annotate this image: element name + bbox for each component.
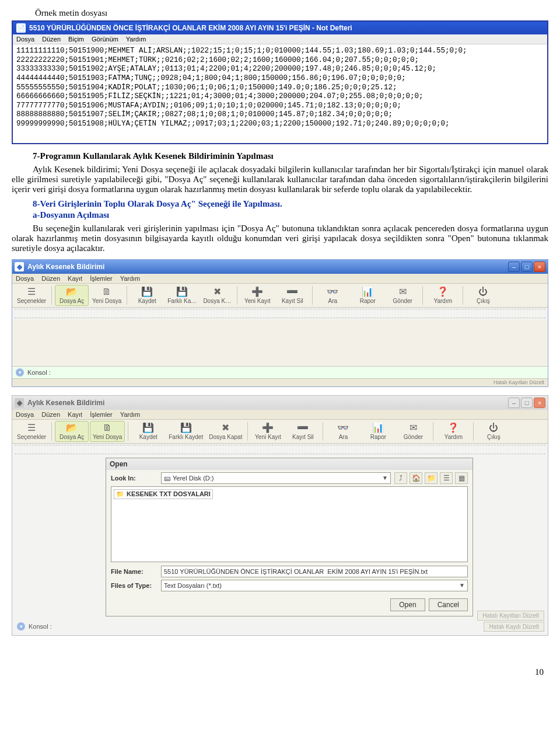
checklist-icon: ☰ — [27, 423, 36, 433]
list-view-button[interactable]: ☰ — [440, 472, 453, 484]
open-button[interactable]: Open — [390, 598, 425, 611]
file-type-combo[interactable]: Text Dosyaları (*.txt) ▼ — [161, 580, 468, 591]
folder-item[interactable]: 📁 KESENEK TXT DOSYALARI — [114, 489, 213, 499]
app2-toolbar: ☰Seçenekler 📂Dosya Aç 🗎Yeni Dosya 💾Kayde… — [12, 420, 548, 444]
chevron-down-icon: ▼ — [382, 475, 388, 481]
file-type-value: Text Dosyaları (*.txt) — [164, 582, 222, 589]
notepad-body[interactable]: 11111111110;50151900;MEHMET ALİ;ARSLAN;;… — [13, 44, 547, 143]
label: Farklı Kaydet — [169, 434, 203, 440]
label: Seçenekler — [17, 434, 46, 440]
app2-menubar: Dosya Düzen Kayıt İşlemler Yardım — [12, 410, 548, 420]
app1-icon: ◆ — [15, 262, 24, 271]
home-button[interactable]: 🏠 — [410, 472, 422, 484]
toolbar-exit-button[interactable]: ⏻Çıkış — [466, 285, 500, 306]
app2-menu-record[interactable]: Kayıt — [68, 411, 82, 418]
toolbar-send-button[interactable]: ✉Gönder — [396, 421, 430, 442]
toolbar-new-record-button[interactable]: ➕Yeni Kayıt — [240, 285, 274, 306]
app1-window-buttons: – □ × — [508, 262, 545, 272]
open-folder-icon: 📂 — [66, 287, 78, 297]
app1-menu-edit[interactable]: Düzen — [41, 275, 60, 282]
label: Kaydet — [139, 434, 158, 440]
file-area[interactable]: 📁 KESENEK TXT DOSYALARI — [111, 486, 468, 562]
chevron-down-icon[interactable]: ▾ — [16, 368, 24, 377]
toolbar-report-label: Rapor — [360, 298, 376, 304]
app2-menu-ops[interactable]: İşlemler — [90, 411, 113, 418]
folder-icon: 📁 — [116, 490, 124, 498]
page-number: 10 — [0, 650, 560, 681]
app2-menu-file[interactable]: Dosya — [16, 411, 34, 418]
exit-icon: ⏻ — [489, 423, 498, 433]
app1-menu-record[interactable]: Kayıt — [68, 275, 82, 282]
maximize-button[interactable]: □ — [521, 262, 533, 272]
status-hint: Hatalı Kayıtları Düzelt — [494, 379, 544, 385]
checklist-icon: ☰ — [27, 287, 36, 297]
toolbar-save-button[interactable]: 💾Kaydet — [130, 285, 164, 306]
label: Yeni Dosya — [93, 434, 122, 440]
app1-menu-ops[interactable]: İşlemler — [90, 275, 113, 282]
toolbar-options-button[interactable]: ☰Seçenekler — [15, 421, 48, 442]
toolbar-saveas-button[interactable]: 💾Farklı Ka… — [165, 285, 199, 306]
notepad-menu-help[interactable]: Yardım — [126, 36, 146, 43]
fix-error-records-button[interactable]: Hatalı Kayıtları Düzelt — [477, 611, 544, 621]
exit-icon: ⏻ — [478, 287, 488, 297]
toolbar-delete-record-button[interactable]: ➖Kayıt Sil — [275, 285, 309, 306]
notepad-menu-view[interactable]: Görünüm — [92, 36, 118, 43]
toolbar-search-button[interactable]: 👓Ara — [326, 421, 360, 442]
minimize-button[interactable]: – — [508, 262, 520, 272]
notepad-menu-file[interactable]: Dosya — [16, 36, 34, 43]
minimize-button[interactable]: – — [508, 398, 520, 408]
delete-record-icon: ➖ — [297, 423, 309, 433]
up-folder-button[interactable]: ⤴ — [394, 472, 407, 484]
toolbar-new-record-button[interactable]: ➕Yeni Kayıt — [251, 421, 285, 442]
section-7-title: 7-Programın Kullanılarak Aylık Kesenek B… — [33, 151, 548, 161]
notepad-menu-format[interactable]: Biçim — [68, 36, 84, 43]
close-button[interactable]: × — [534, 398, 545, 408]
app1-empty-row — [15, 309, 545, 318]
toolbar-saveas-button[interactable]: 💾Farklı Kaydet — [166, 421, 205, 442]
toolbar-close-file-button[interactable]: ✖Dosya Kapat — [206, 421, 244, 442]
app2-menu-help[interactable]: Yardım — [120, 411, 141, 418]
details-view-button[interactable]: ▦ — [455, 472, 468, 484]
chevron-down-icon[interactable]: ▾ — [17, 622, 25, 630]
toolbar-help-button[interactable]: ❓Yardım — [426, 285, 460, 306]
look-in-combo[interactable]: 🖴 Yerel Disk (D:) ▼ — [161, 472, 391, 484]
toolbar-exit-label: Çıkış — [477, 298, 490, 304]
label: Yardım — [444, 434, 463, 440]
toolbar-report-button[interactable]: 📊Rapor — [361, 421, 395, 442]
app1-menu-file[interactable]: Dosya — [16, 275, 34, 282]
toolbar-close-file-button[interactable]: ✖Dosya K… — [200, 285, 234, 306]
toolbar-save-label: Kaydet — [138, 298, 156, 304]
maximize-button[interactable]: □ — [521, 398, 533, 408]
report-icon: 📊 — [362, 287, 373, 297]
toolbar-help-button[interactable]: ❓Yardım — [436, 421, 470, 442]
toolbar-new-file-button[interactable]: 🗎Yeni Dosya — [90, 285, 124, 306]
file-name-input[interactable] — [161, 566, 468, 577]
app1-menu-help[interactable]: Yardım — [120, 275, 141, 282]
toolbar-delete-record-label: Kayıt Sil — [282, 298, 303, 304]
toolbar-report-button[interactable]: 📊Rapor — [351, 285, 384, 306]
app1-title: Aylık Kesenek Bildirimi — [27, 263, 104, 271]
open-folder-icon: 📂 — [66, 423, 78, 433]
cancel-button[interactable]: Cancel — [429, 598, 468, 611]
toolbar-open-file-button[interactable]: 📂Dosya Aç — [55, 421, 89, 442]
help-icon: ❓ — [447, 423, 459, 433]
toolbar-exit-button[interactable]: ⏻Çıkış — [477, 421, 510, 442]
app1-titlebar: ◆ Aylık Kesenek Bildirimi – □ × — [12, 260, 548, 274]
app2-menu-edit[interactable]: Düzen — [41, 411, 60, 418]
send-icon: ✉ — [410, 423, 417, 433]
toolbar-send-button[interactable]: ✉Gönder — [386, 285, 419, 306]
notepad-menu-edit[interactable]: Düzen — [42, 36, 61, 43]
app1-console-row: ▾ Konsol : — [12, 366, 548, 378]
toolbar-options-button[interactable]: ☰Seçenekler — [15, 285, 48, 306]
toolbar-open-file-button[interactable]: 📂 Dosya Aç — [55, 285, 89, 306]
app2-console: ▾ Konsol : — [17, 622, 52, 630]
toolbar-close-file-label: Dosya K… — [203, 298, 231, 304]
close-button[interactable]: × — [534, 262, 545, 272]
toolbar-delete-record-button[interactable]: ➖Kayıt Sil — [286, 421, 320, 442]
app1-menubar: Dosya Düzen Kayıt İşlemler Yardım — [12, 274, 548, 284]
new-folder-button[interactable]: 📁 — [425, 472, 438, 484]
toolbar-save-button[interactable]: 💾Kaydet — [131, 421, 165, 442]
toolbar-new-file-button[interactable]: 🗎Yeni Dosya — [90, 421, 125, 442]
toolbar-search-button[interactable]: 👓Ara — [316, 285, 349, 306]
fix-error-record-button[interactable]: Hatalı Kaydı Düzelt — [484, 622, 544, 632]
